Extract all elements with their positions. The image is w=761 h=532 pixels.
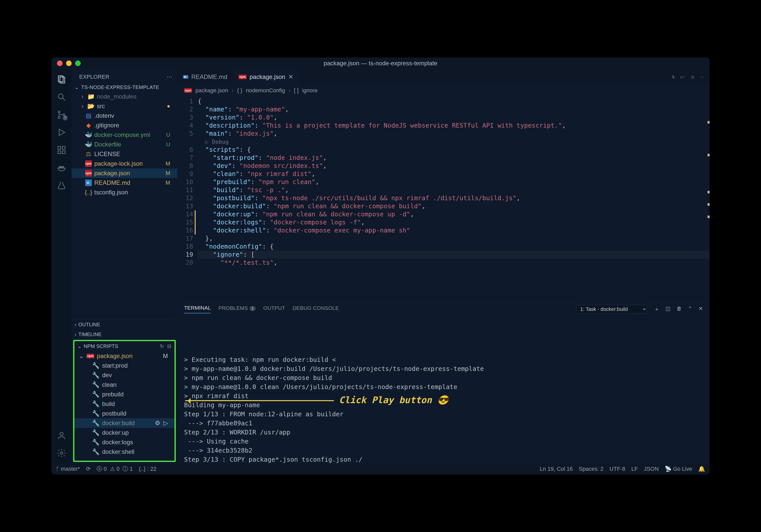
collapse-icon[interactable]: ⊟ <box>167 343 171 349</box>
npm-script-item[interactable]: 🔧docker:build⚙▷ <box>74 418 174 428</box>
minimize-window-button[interactable] <box>66 61 72 66</box>
npm-script-item[interactable]: 🔧clean <box>74 380 174 389</box>
terminal-task-selector[interactable]: 1: Task - docker:build <box>576 305 647 314</box>
npm-icon: npm <box>87 354 94 358</box>
file-tree-item[interactable]: ›📁node_modules <box>72 92 177 101</box>
close-window-button[interactable] <box>57 61 63 66</box>
script-name: prebuild <box>102 391 124 398</box>
minimap[interactable] <box>705 96 710 302</box>
file-tree-item[interactable]: ›📂src● <box>72 101 177 111</box>
npm-script-item[interactable]: 🔧docker:logs <box>74 438 174 447</box>
file-tree-item[interactable]: M↓README.mdM <box>72 178 177 188</box>
problems-tab[interactable]: PROBLEMS1 <box>218 305 256 313</box>
project-folder-header[interactable]: ⌄ TS-NODE-EXPRESS-TEMPLATE <box>72 83 177 92</box>
npm-script-item[interactable]: 🔧docker:shell <box>74 447 174 457</box>
notifications-icon[interactable]: 🔔 <box>698 466 705 472</box>
npm-scripts-panel-header[interactable]: ⌄ NPM SCRIPTS ↻ ⊟ <box>74 341 174 351</box>
timeline-panel-header[interactable]: ›TIMELINE <box>72 329 177 339</box>
npm-scripts-annotation-box: ⌄ NPM SCRIPTS ↻ ⊟ ⌄ npm package.json M <box>73 340 176 462</box>
split-editor-icon[interactable]: ◫ <box>691 75 694 79</box>
maximize-window-button[interactable] <box>75 61 81 66</box>
close-panel-icon[interactable]: ✕ <box>698 306 703 313</box>
npm-script-item[interactable]: 🔧docker:up <box>74 428 174 438</box>
npm-script-item[interactable]: 🔧start:prod <box>74 361 174 370</box>
source-control-icon[interactable] <box>56 109 67 120</box>
eol-status[interactable]: LF <box>631 466 638 472</box>
terminal-line: > Executing task: npm run docker:build < <box>184 355 703 364</box>
window-title: package.json — ts-node-express-template <box>324 60 438 67</box>
breadcrumb-file[interactable]: package.json <box>196 87 228 94</box>
line-gutter: 1234567891011121314151617181920 <box>178 96 198 302</box>
bottom-panel: TERMINAL PROBLEMS1 OUTPUT DEBUG CONSOLE … <box>178 302 710 463</box>
go-live-button[interactable]: 📡 Go Live <box>665 466 692 472</box>
explorer-icon[interactable] <box>56 74 67 85</box>
file-name: .gitignore <box>94 122 119 129</box>
svg-marker-7 <box>59 129 65 135</box>
npm-script-item[interactable]: 🔧prebuild <box>74 389 174 399</box>
testing-icon[interactable] <box>56 180 67 191</box>
problems-status[interactable]: ⓧ 0 ⚠ 0 ⓘ 1 <box>96 465 133 473</box>
sidebar-more-icon[interactable]: ⋯ <box>167 74 172 80</box>
npm-script-item[interactable]: 🔧build <box>74 399 174 409</box>
encoding-status[interactable]: UTF-8 <box>610 466 625 472</box>
chevron-right-icon: › <box>75 322 77 327</box>
file-tree-item[interactable]: 🐳DockerfileU <box>72 140 177 149</box>
window-controls <box>51 61 81 66</box>
tab-label: package.json <box>250 73 285 81</box>
svg-rect-14 <box>62 166 64 168</box>
editor-tab[interactable]: npmpackage.json✕ <box>233 69 299 85</box>
wrench-icon: 🔧 <box>92 448 100 455</box>
settings-gear-icon[interactable] <box>56 448 67 458</box>
breadcrumb-leaf[interactable]: ignore <box>302 87 318 94</box>
close-tab-icon[interactable]: ✕ <box>288 73 293 81</box>
indent-status[interactable]: Spaces: 2 <box>579 466 604 472</box>
maximize-panel-icon[interactable]: ⌃ <box>688 306 692 313</box>
output-tab[interactable]: OUTPUT <box>263 305 285 313</box>
file-tree-item[interactable]: npmpackage.jsonM <box>72 168 177 178</box>
wrench-icon: 🔧 <box>92 429 100 436</box>
npm-script-item[interactable]: 🔧dev <box>74 370 174 380</box>
wrench-icon: 🔧 <box>92 381 100 388</box>
compare-changes-icon[interactable]: ⇅ <box>672 75 675 79</box>
file-tree-item[interactable]: ◆.gitignore <box>72 121 177 130</box>
breadcrumb-node[interactable]: nodemonConfig <box>246 87 285 94</box>
npm-package-label: package.json <box>97 352 132 360</box>
wrench-icon: 🔧 <box>92 439 100 446</box>
run-icon[interactable]: ▷⁺ <box>681 75 685 79</box>
terminal-output[interactable]: Click Play button 😎 > Executing task: np… <box>178 316 710 463</box>
language-mode[interactable]: JSON <box>644 466 659 472</box>
debug-script-icon[interactable]: ⚙ <box>155 420 160 427</box>
code-editor[interactable]: 1234567891011121314151617181920 { "name"… <box>178 96 710 302</box>
outline-panel-header[interactable]: ›OUTLINE <box>72 320 177 329</box>
cursor-position[interactable]: Ln 19, Col 16 <box>540 466 573 472</box>
more-actions-icon[interactable]: ⋯ <box>700 75 704 79</box>
script-name: build <box>102 400 115 407</box>
activity-bar <box>51 69 72 463</box>
run-debug-icon[interactable] <box>56 127 67 138</box>
file-tree-item[interactable]: ⚖LICENSE <box>72 149 177 159</box>
code-content[interactable]: { "name": "my-app-name", "version": "1.0… <box>198 96 710 302</box>
run-script-icon[interactable]: ▷ <box>163 420 168 427</box>
account-icon[interactable] <box>56 430 67 441</box>
docker-icon[interactable] <box>56 162 67 173</box>
npm-script-item[interactable]: 🔧postbuild <box>74 409 174 418</box>
search-icon[interactable] <box>56 92 67 102</box>
extensions-icon[interactable] <box>56 145 67 155</box>
refresh-icon[interactable]: ↻ <box>160 343 164 349</box>
file-tree-item[interactable]: {..}tsconfig.json <box>72 188 177 197</box>
new-terminal-icon[interactable]: ＋ <box>654 306 659 313</box>
debug-console-tab[interactable]: DEBUG CONSOLE <box>293 305 339 313</box>
terminal-tab[interactable]: TERMINAL <box>184 305 211 314</box>
breadcrumb[interactable]: npm package.json › { } nodemonConfig › [… <box>178 85 710 96</box>
symbols-status[interactable]: {..} : 22 <box>139 466 156 472</box>
branch-status[interactable]: ᚶ master* <box>56 466 80 472</box>
file-tree-item[interactable]: ▤.dotenv <box>72 111 177 121</box>
script-name: dev <box>102 372 112 379</box>
split-terminal-icon[interactable]: ◫ <box>666 306 671 313</box>
file-tree-item[interactable]: npmpackage-lock.jsonM <box>72 159 177 168</box>
kill-terminal-icon[interactable]: 🗑 <box>676 306 682 313</box>
npm-package-row[interactable]: ⌄ npm package.json M <box>74 351 174 361</box>
editor-tab[interactable]: M↓README.md <box>178 69 233 85</box>
sync-icon[interactable]: ⟳ <box>86 466 90 472</box>
file-tree-item[interactable]: 🐳docker-compose.ymlU <box>72 130 177 140</box>
